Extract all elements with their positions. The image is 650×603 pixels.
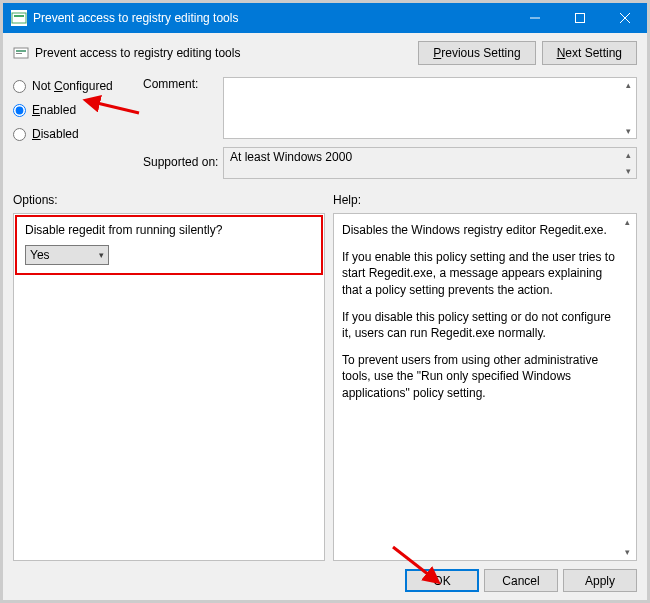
options-panel: Disable regedit from running silently? Y… bbox=[13, 213, 325, 561]
help-text: Disables the Windows registry editor Reg… bbox=[342, 222, 616, 238]
svg-rect-8 bbox=[16, 53, 22, 54]
minimize-button[interactable] bbox=[512, 3, 557, 33]
scroll-down-icon[interactable]: ▾ bbox=[620, 164, 636, 178]
ok-button[interactable]: OK bbox=[405, 569, 479, 592]
next-setting-button[interactable]: Next Setting bbox=[542, 41, 637, 65]
help-panel: Disables the Windows registry editor Reg… bbox=[333, 213, 637, 561]
cancel-button[interactable]: Cancel bbox=[484, 569, 558, 592]
svg-rect-0 bbox=[12, 13, 26, 23]
scroll-up-icon[interactable]: ▴ bbox=[619, 215, 635, 229]
svg-rect-1 bbox=[14, 15, 24, 17]
comment-label: Comment: bbox=[143, 77, 223, 91]
radio-enabled-input[interactable] bbox=[13, 104, 26, 117]
svg-rect-7 bbox=[16, 50, 26, 52]
help-text: If you disable this policy setting or do… bbox=[342, 309, 616, 341]
radio-disabled[interactable]: Disabled bbox=[13, 127, 143, 141]
policy-title: Prevent access to registry editing tools bbox=[35, 46, 412, 60]
radio-not-configured-input[interactable] bbox=[13, 80, 26, 93]
scroll-up-icon[interactable]: ▴ bbox=[620, 148, 636, 162]
supported-on-box: At least Windows 2000 ▴ ▾ bbox=[223, 147, 637, 179]
supported-label: Supported on: bbox=[143, 155, 223, 169]
svg-rect-3 bbox=[575, 14, 584, 23]
scroll-down-icon[interactable]: ▾ bbox=[619, 545, 635, 559]
radio-enabled[interactable]: Enabled bbox=[13, 103, 143, 117]
window-title: Prevent access to registry editing tools bbox=[33, 11, 512, 25]
help-text: If you enable this policy setting and th… bbox=[342, 249, 616, 298]
disable-silent-label: Disable regedit from running silently? bbox=[25, 223, 313, 237]
options-section-label: Options: bbox=[13, 193, 333, 207]
close-button[interactable] bbox=[602, 3, 647, 33]
radio-not-configured[interactable]: Not Configured bbox=[13, 79, 143, 93]
titlebar: Prevent access to registry editing tools bbox=[3, 3, 647, 33]
annotation-highlight: Disable regedit from running silently? Y… bbox=[15, 215, 323, 275]
app-icon bbox=[11, 10, 27, 26]
previous-setting-button[interactable]: Previous Setting bbox=[418, 41, 535, 65]
apply-button[interactable]: Apply bbox=[563, 569, 637, 592]
supported-on-value: At least Windows 2000 bbox=[230, 150, 352, 164]
chevron-down-icon: ▾ bbox=[99, 250, 104, 260]
comment-textarea[interactable]: ▴ ▾ bbox=[223, 77, 637, 139]
radio-disabled-input[interactable] bbox=[13, 128, 26, 141]
policy-icon bbox=[13, 45, 29, 61]
help-text: To prevent users from using other admini… bbox=[342, 352, 616, 401]
scroll-down-icon[interactable]: ▾ bbox=[620, 124, 636, 138]
disable-silent-dropdown[interactable]: Yes ▾ bbox=[25, 245, 109, 265]
maximize-button[interactable] bbox=[557, 3, 602, 33]
help-section-label: Help: bbox=[333, 193, 361, 207]
scroll-up-icon[interactable]: ▴ bbox=[620, 78, 636, 92]
disable-silent-value: Yes bbox=[30, 248, 50, 262]
